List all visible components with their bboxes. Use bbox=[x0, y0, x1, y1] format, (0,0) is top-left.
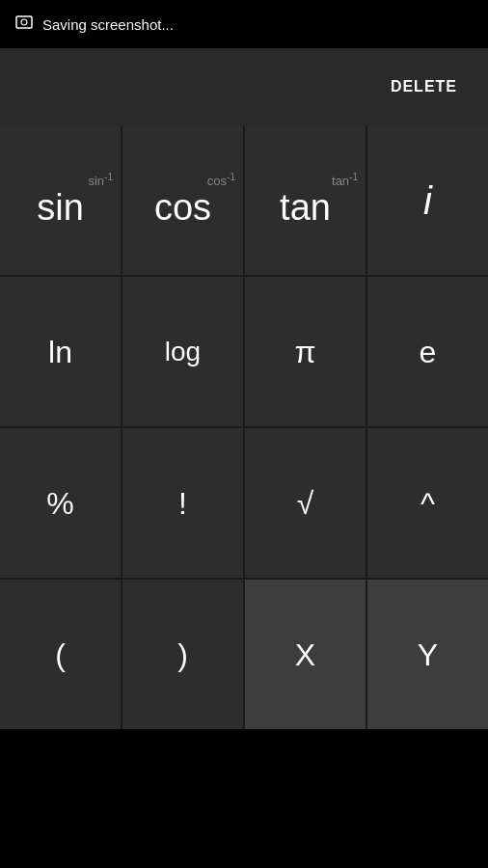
factorial-button[interactable]: ! bbox=[122, 428, 243, 578]
factorial-label: ! bbox=[178, 488, 187, 519]
display-input[interactable] bbox=[15, 48, 375, 125]
y-button[interactable]: Y bbox=[367, 580, 488, 729]
caret-label: ^ bbox=[420, 488, 435, 519]
svg-rect-0 bbox=[16, 16, 32, 28]
display-area: DELETE bbox=[0, 48, 488, 125]
percent-button[interactable]: % bbox=[0, 428, 121, 578]
cos-button[interactable]: cos-1 cos bbox=[122, 125, 243, 275]
i-button[interactable]: i bbox=[367, 125, 488, 275]
lparen-label: ( bbox=[55, 639, 66, 670]
sin-inv-label: sin-1 bbox=[88, 175, 113, 187]
ln-label: ln bbox=[48, 337, 72, 367]
sin-button[interactable]: sin-1 sin bbox=[0, 125, 121, 275]
x-button[interactable]: X bbox=[245, 580, 366, 729]
x-label: X bbox=[295, 639, 315, 670]
log-label: log bbox=[165, 339, 201, 366]
rparen-label: ) bbox=[177, 639, 188, 670]
ln-button[interactable]: ln bbox=[0, 277, 121, 426]
status-bar-text: Saving screenshot... bbox=[42, 16, 174, 33]
log-button[interactable]: log bbox=[122, 277, 243, 426]
screenshot-icon bbox=[15, 14, 33, 34]
i-label: i bbox=[423, 181, 432, 220]
caret-button[interactable]: ^ bbox=[367, 428, 488, 578]
delete-button[interactable]: DELETE bbox=[375, 70, 473, 103]
status-bar: Saving screenshot... bbox=[0, 0, 488, 48]
sqrt-button[interactable]: √ bbox=[245, 428, 366, 578]
svg-point-1 bbox=[21, 19, 27, 25]
rparen-button[interactable]: ) bbox=[122, 580, 243, 729]
pi-button[interactable]: π bbox=[245, 277, 366, 426]
lparen-button[interactable]: ( bbox=[0, 580, 121, 729]
tan-inv-label: tan-1 bbox=[332, 175, 358, 187]
sin-label: sin bbox=[37, 189, 84, 226]
e-label: e bbox=[420, 337, 437, 367]
calculator-grid: sin-1 sin cos-1 cos tan-1 tan i ln log π… bbox=[0, 125, 488, 729]
cos-label: cos bbox=[154, 189, 211, 226]
tan-button[interactable]: tan-1 tan bbox=[245, 125, 366, 275]
percent-label: % bbox=[46, 488, 73, 519]
pi-label: π bbox=[294, 337, 315, 367]
tan-label: tan bbox=[280, 189, 331, 226]
cos-inv-label: cos-1 bbox=[207, 175, 235, 187]
e-button[interactable]: e bbox=[367, 277, 488, 426]
sqrt-label: √ bbox=[297, 488, 314, 519]
y-label: Y bbox=[418, 639, 438, 670]
